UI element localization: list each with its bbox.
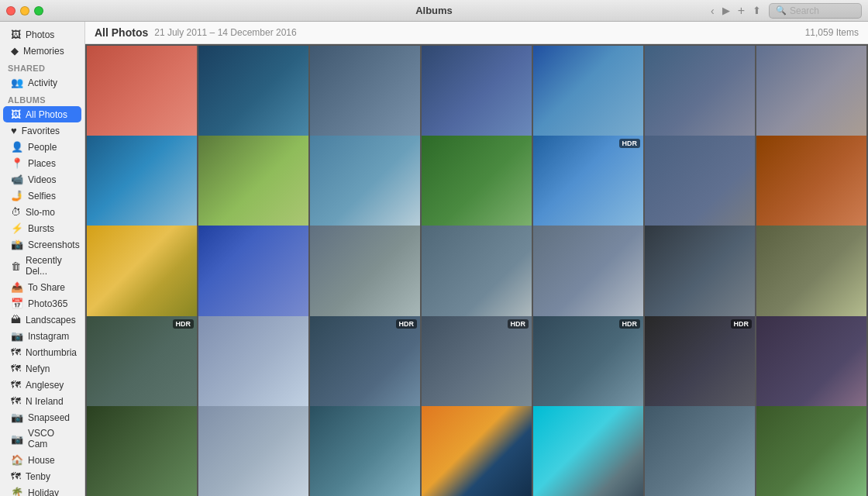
sidebar-label-instagram: Instagram [28,331,69,342]
search-icon: 🔍 [776,5,787,16]
sidebar-item-recently-del[interactable]: 🗑 Recently Del... [3,253,81,279]
sidebar-label-house: House [28,455,55,466]
hdr-badge: HDR [508,319,529,329]
northumbria-icon: 🗺 [11,346,21,358]
sidebar-label-places: Places [28,158,56,169]
sidebar-item-anglesey[interactable]: 🗺 Anglesey [3,377,81,393]
photo-cell[interactable] [198,406,308,496]
search-placeholder: Search [790,5,819,16]
sidebar-label-videos: Videos [28,174,56,185]
sidebar-item-memories[interactable]: ◆ Memories [3,43,81,59]
sidebar-label-photo365: Photo365 [28,298,67,309]
app-body: 🖼 Photos ◆ Memories Shared 👥 Activity Al… [0,22,868,496]
sidebar-item-holiday[interactable]: 🌴 Holiday [3,484,81,496]
landscapes-icon: 🏔 [11,314,21,326]
sidebar-label-anglesey: Anglesey [26,380,64,391]
photo-grid: HDR [85,44,868,496]
sidebar-item-selfies[interactable]: 🤳 Selfies [3,188,81,204]
albums-section-label: Albums [0,91,84,106]
titlebar-controls: ‹ ▶ + ⬆ 🔍 Search [711,3,862,19]
hdr-badge: HDR [731,319,753,329]
sidebar-item-favorites[interactable]: ♥ Favorites [3,122,81,139]
sidebar-label-all-photos: All Photos [26,109,67,120]
sidebar: 🖼 Photos ◆ Memories Shared 👥 Activity Al… [0,22,85,496]
minimize-button[interactable] [20,6,29,16]
sidebar-label-landscapes: Landscapes [26,315,76,326]
sidebar-label-northumbria: Northumbria [26,347,77,358]
sidebar-item-instagram[interactable]: 📷 Instagram [3,328,81,344]
holiday-icon: 🌴 [11,487,23,496]
photos-icon: 🖼 [11,29,21,40]
sidebar-item-snapseed[interactable]: 📷 Snapseed [3,409,81,425]
hdr-badge: HDR [619,319,641,329]
photo-cell[interactable] [645,406,755,496]
close-button[interactable] [6,6,16,16]
sidebar-item-to-share[interactable]: 📤 To Share [3,279,81,295]
people-icon: 👤 [11,141,23,153]
sidebar-item-northumbria[interactable]: 🗺 Northumbria [3,344,81,360]
sidebar-label-people: People [28,142,57,153]
house-icon: 🏠 [11,454,23,466]
sidebar-label-n-ireland: N Ireland [26,396,64,407]
memories-icon: ◆ [11,45,19,57]
sidebar-label-holiday: Holiday [28,487,59,497]
tenby-icon: 🗺 [11,470,21,482]
sidebar-label-activity: Activity [28,78,57,88]
sidebar-label-bursts: Bursts [28,223,54,234]
vsco-icon: 📷 [11,433,23,445]
photo-cell[interactable] [756,406,866,496]
hdr-badge: HDR [173,319,195,329]
sidebar-item-landscapes[interactable]: 🏔 Landscapes [3,312,81,328]
sidebar-item-vsco[interactable]: 📷 VSCO Cam [3,425,81,452]
photo-cell[interactable] [310,406,420,496]
sidebar-item-all-photos[interactable]: 🖼 All Photos [3,106,81,122]
content-header: All Photos 21 July 2011 – 14 December 20… [85,22,868,44]
selfies-icon: 🤳 [11,190,23,202]
snapseed-icon: 📷 [11,412,23,423]
window-title: Albums [415,5,453,16]
share-icon[interactable]: ⬆ [753,5,761,16]
hdr-badge: HDR [619,139,641,148]
sidebar-item-tenby[interactable]: 🗺 Tenby [3,468,81,484]
add-icon[interactable]: + [738,4,745,18]
photo365-icon: 📅 [11,298,23,309]
photo-cell[interactable] [422,406,532,496]
activity-icon: 👥 [11,77,23,88]
maximize-button[interactable] [34,6,43,16]
content-area: All Photos 21 July 2011 – 14 December 20… [85,22,868,496]
search-box[interactable]: 🔍 Search [769,3,862,19]
sidebar-item-people[interactable]: 👤 People [3,139,81,155]
sidebar-label-favorites: Favorites [22,126,60,136]
nefyn-icon: 🗺 [11,363,21,374]
photo-cell[interactable] [533,406,643,496]
sidebar-item-places[interactable]: 📍 Places [3,155,81,171]
sidebar-item-slo-mo[interactable]: ⏱ Slo-mo [3,204,81,220]
all-photos-icon: 🖼 [11,108,21,120]
sidebar-label-tenby: Tenby [26,471,50,482]
content-item-count: 11,059 Items [805,27,859,38]
sidebar-label-slomo: Slo-mo [26,207,55,218]
sidebar-label-to-share: To Share [28,282,65,293]
places-icon: 📍 [11,157,23,169]
play-icon[interactable]: ▶ [722,5,730,16]
sidebar-item-screenshots[interactable]: 📸 Screenshots [3,236,81,253]
sidebar-label-recently-del: Recently Del... [26,255,74,277]
sidebar-item-activity[interactable]: 👥 Activity [3,74,81,91]
recently-del-icon: 🗑 [11,260,21,272]
sidebar-item-videos[interactable]: 📹 Videos [3,171,81,188]
window-buttons [6,6,43,16]
sidebar-label-screenshots: Screenshots [28,239,80,250]
sidebar-item-photos[interactable]: 🖼 Photos [3,26,81,43]
back-icon[interactable]: ‹ [711,5,715,17]
sidebar-item-n-ireland[interactable]: 🗺 N Ireland [3,393,81,409]
sidebar-label-memories: Memories [23,46,64,57]
content-title: All Photos [95,26,148,39]
sidebar-item-bursts[interactable]: ⚡ Bursts [3,220,81,236]
sidebar-item-photo365[interactable]: 📅 Photo365 [3,295,81,312]
to-share-icon: 📤 [11,281,23,293]
sidebar-item-nefyn[interactable]: 🗺 Nefyn [3,360,81,377]
sidebar-label-nefyn: Nefyn [26,363,50,374]
favorites-icon: ♥ [11,125,17,136]
sidebar-item-house[interactable]: 🏠 House [3,452,81,468]
photo-cell[interactable] [87,406,197,496]
